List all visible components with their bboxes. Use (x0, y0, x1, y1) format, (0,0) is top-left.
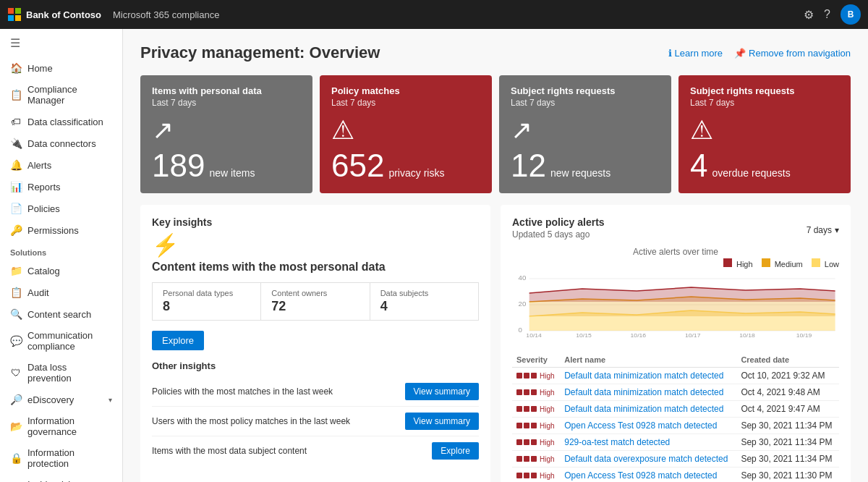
sev-label: High (540, 405, 555, 413)
sidebar-item-alerts[interactable]: 🔔 Alerts (0, 154, 122, 176)
alert-name-cell: Default data minimization match detected (560, 384, 736, 401)
sev-label: High (540, 439, 555, 447)
svg-rect-2 (8, 15, 14, 21)
sidebar-item-data-classification[interactable]: 🏷 Data classification (0, 111, 122, 132)
sev-label: High (540, 372, 555, 380)
stat-label: Data subjects (380, 289, 468, 297)
severity-dots: High (516, 405, 556, 413)
sidebar-item-policies[interactable]: 📄 Policies (0, 198, 122, 219)
svg-text:10/19: 10/19 (796, 331, 812, 338)
search-icon: 🔍 (10, 308, 22, 320)
card-subtitle: Last 7 days (690, 98, 839, 108)
col-severity: Severity (512, 352, 560, 368)
reports-icon: 📊 (10, 181, 22, 193)
expand-icon: ▾ (109, 396, 112, 404)
sev-dot-2 (524, 373, 529, 379)
help-icon[interactable]: ? (824, 8, 830, 21)
explore-button[interactable]: Explore (152, 331, 204, 350)
sev-dot-3 (531, 406, 537, 412)
card-subtitle: Last 7 days (511, 98, 660, 108)
alert-name-cell: Default data minimization match detected (560, 401, 736, 418)
compliance-icon: 📋 (10, 89, 22, 101)
severity-dots: High (516, 422, 556, 430)
card-subject-rights-overdue[interactable]: Subject rights requests Last 7 days ⚠ 4 … (678, 75, 851, 193)
sidebar-item-label: Content search (27, 309, 91, 320)
svg-rect-1 (15, 8, 21, 14)
alert-name-cell: Default data minimization match detected (560, 368, 736, 384)
alerts-header-row: Active policy alerts Updated 5 days ago … (512, 216, 839, 244)
insights-stats: Personal data types 8 Content owners 72 … (152, 282, 479, 321)
card-policy-matches[interactable]: Policy matches Last 7 days ⚠ 652 privacy… (320, 75, 492, 193)
severity-dots: High (516, 439, 556, 447)
table-row: High 929-oa-test match detected Sep 30, … (512, 434, 839, 451)
card-label: new items (209, 167, 255, 179)
high-dot (723, 258, 732, 267)
sev-dot-2 (524, 473, 529, 478)
card-subject-rights-new[interactable]: Subject rights requests Last 7 days ↗ 12… (499, 75, 671, 193)
audit-icon: 📋 (10, 287, 22, 298)
app-body: ☰ 🏠 Home 📋 Compliance Manager 🏷 Data cla… (0, 29, 868, 482)
sev-dot-1 (516, 373, 522, 379)
sidebar-item-reports[interactable]: 📊 Reports (0, 176, 122, 198)
sidebar-item-data-connectors[interactable]: 🔌 Data connectors (0, 132, 122, 154)
view-summary-button-1[interactable]: View summary (405, 383, 479, 400)
sidebar-item-label: Information governance (27, 415, 112, 437)
sidebar-item-info-protection[interactable]: 🔒 Information protection (0, 442, 122, 474)
severity-dots: High (516, 389, 556, 397)
stat-data-subjects: Data subjects 4 (370, 283, 478, 320)
unpin-icon: 📌 (734, 48, 746, 59)
card-number: 652 (331, 150, 384, 182)
summary-cards: Items with personal data Last 7 days ↗ 1… (140, 75, 851, 193)
severity-cell: High (512, 418, 560, 434)
alerts-nav-icon: 🔔 (10, 159, 22, 171)
insights-heading: Content items with the most personal dat… (152, 261, 479, 274)
chart-container: 40 20 0 (512, 273, 839, 345)
sidebar-item-compliance-manager[interactable]: 📋 Compliance Manager (0, 79, 122, 111)
alerts-period-label: 7 days (807, 225, 832, 235)
card-personal-data[interactable]: Items with personal data Last 7 days ↗ 1… (140, 75, 312, 193)
sidebar-item-label: Compliance Manager (27, 84, 112, 106)
sidebar-item-comm-compliance[interactable]: 💬 Communication compliance (0, 325, 122, 357)
topbar-logo: Bank of Contoso (7, 7, 101, 22)
created-date-cell: Oct 4, 2021 9:48 AM (736, 384, 839, 401)
card-bottom: 4 overdue requests (690, 150, 839, 182)
sev-dot-3 (531, 456, 537, 462)
remove-nav-link[interactable]: 📌 Remove from navigation (734, 48, 851, 59)
sidebar-item-data-loss[interactable]: 🛡 Data loss prevention (0, 357, 122, 389)
stat-label: Personal data types (163, 289, 250, 297)
sidebar-item-label: Data connectors (27, 138, 96, 149)
explore-button-2[interactable]: Explore (432, 442, 479, 460)
sidebar-item-audit[interactable]: 📋 Audit (0, 282, 122, 303)
sidebar-item-catalog[interactable]: 📁 Catalog (0, 260, 122, 282)
sidebar-item-home[interactable]: 🏠 Home (0, 57, 122, 79)
lightning-icon: ⚡ (152, 232, 479, 258)
sidebar-item-insider-risk[interactable]: 👤 Insider risk management (0, 474, 122, 482)
sidebar-item-info-governance[interactable]: 📂 Information governance (0, 410, 122, 442)
comm-icon: 💬 (10, 335, 22, 347)
view-summary-button-2[interactable]: View summary (405, 413, 479, 430)
active-policy-alerts-card: Active policy alerts Updated 5 days ago … (501, 205, 851, 482)
alerts-card-title-group: Active policy alerts Updated 5 days ago (512, 216, 605, 244)
sidebar-item-content-search[interactable]: 🔍 Content search (0, 303, 122, 325)
settings-icon[interactable]: ⚙ (804, 8, 814, 22)
sidebar-item-label: eDiscovery (27, 394, 74, 405)
svg-rect-0 (8, 8, 14, 14)
card-title: Subject rights requests (690, 85, 839, 96)
card-label: overdue requests (712, 167, 790, 179)
card-number: 4 (690, 150, 707, 182)
sev-dot-3 (531, 373, 537, 379)
legend-medium: Medium (762, 258, 803, 269)
alerts-period-selector[interactable]: 7 days ▾ (807, 225, 839, 235)
hamburger-icon[interactable]: ☰ (0, 29, 122, 57)
dlp-icon: 🛡 (10, 367, 22, 379)
severity-dots: High (516, 472, 556, 480)
governance-icon: 📂 (10, 420, 22, 432)
sev-dot-3 (531, 389, 537, 395)
sev-dot-1 (516, 456, 522, 462)
severity-cell: High (512, 401, 560, 418)
learn-more-link[interactable]: ℹ Learn more (668, 48, 723, 59)
sidebar-item-ediscovery[interactable]: 🔎 eDiscovery ▾ (0, 389, 122, 410)
sidebar-item-permissions[interactable]: 🔑 Permissions (0, 219, 122, 241)
avatar[interactable]: B (841, 4, 861, 25)
table-row: High Open Access Test 0928 match detecte… (512, 418, 839, 434)
